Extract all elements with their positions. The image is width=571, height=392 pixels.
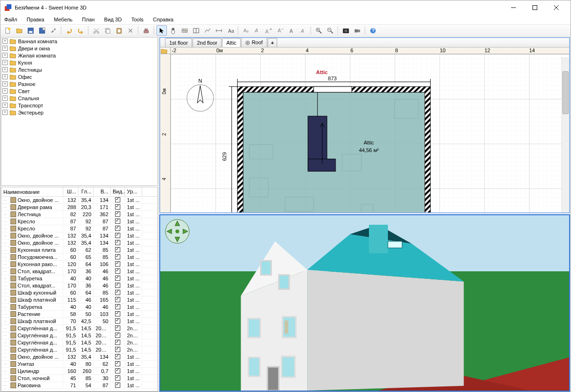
- expand-icon[interactable]: +: [2, 88, 8, 94]
- cut-icon[interactable]: [91, 25, 101, 36]
- navigate-3d-control[interactable]: [165, 219, 190, 244]
- visibility-checkbox[interactable]: [115, 197, 120, 202]
- col-depth[interactable]: Гл...: [78, 187, 94, 196]
- expand-icon[interactable]: +: [2, 110, 8, 115]
- visibility-checkbox[interactable]: [115, 240, 120, 245]
- catalog-category[interactable]: +Транспорт: [1, 102, 157, 109]
- text-bold-icon[interactable]: Aᵦ: [241, 25, 251, 36]
- col-height[interactable]: В...: [94, 187, 111, 196]
- expand-icon[interactable]: +: [2, 74, 8, 79]
- visibility-checkbox[interactable]: [115, 368, 120, 373]
- catalog-category[interactable]: +Офис: [1, 73, 157, 80]
- visibility-checkbox[interactable]: [115, 219, 120, 224]
- furniture-row[interactable]: ⋯Окно, двойное ...13235,41341st ...: [1, 232, 157, 239]
- col-name[interactable]: Наименование: [1, 187, 63, 196]
- catalog-category[interactable]: +Жилая комната: [1, 52, 157, 59]
- paste-icon[interactable]: [114, 25, 124, 36]
- catalog-category[interactable]: +Двери и окна: [1, 45, 157, 52]
- catalog-category[interactable]: +Разное: [1, 80, 157, 87]
- add-level-button[interactable]: +: [268, 38, 277, 47]
- furniture-row[interactable]: ⋯Табуретка4040461st ...: [1, 304, 157, 311]
- help-icon[interactable]: ?: [368, 25, 378, 36]
- furniture-row[interactable]: ⋯Скруглённая д...91,514,5208,52nd ...: [1, 339, 157, 346]
- italic-icon[interactable]: A: [298, 25, 308, 36]
- level-tab[interactable]: 1st floor: [165, 38, 192, 47]
- decrease-text-icon[interactable]: A−: [275, 25, 285, 36]
- furniture-row[interactable]: ⋯Стол, квадрат...17036461st ...: [1, 268, 157, 275]
- open-file-icon[interactable]: [14, 25, 24, 36]
- bold-icon[interactable]: A: [286, 25, 297, 36]
- save-prefs-icon[interactable]: [37, 25, 47, 36]
- visibility-checkbox[interactable]: [115, 290, 120, 295]
- create-dimensions-icon[interactable]: [213, 25, 224, 36]
- furniture-row[interactable]: ⋯Окно, двойное ...13235,41341st ...: [1, 354, 157, 361]
- menu-3dview[interactable]: Вид 3D: [102, 16, 124, 23]
- furniture-row[interactable]: ⋯Лестница822203621st ...: [1, 211, 157, 218]
- furniture-row[interactable]: ⋯Скруглённая д...91,514,5208,52nd ...: [1, 332, 157, 339]
- expand-icon[interactable]: +: [2, 96, 8, 101]
- create-walls-icon[interactable]: [179, 25, 190, 36]
- visibility-checkbox[interactable]: [115, 261, 120, 267]
- visibility-checkbox[interactable]: [115, 361, 120, 366]
- create-text-icon[interactable]: Aa: [225, 25, 235, 36]
- menu-help[interactable]: Справка: [151, 16, 175, 23]
- col-width[interactable]: Ш...: [63, 187, 78, 196]
- level-tab[interactable]: ◎ Roof: [241, 38, 267, 47]
- visibility-checkbox[interactable]: [115, 233, 120, 238]
- catalog-category[interactable]: +Свет: [1, 87, 157, 95]
- visibility-checkbox[interactable]: [115, 268, 120, 274]
- expand-icon[interactable]: +: [2, 67, 8, 72]
- furniture-row[interactable]: ⋯Цилиндр1602600,71st ...: [1, 368, 157, 375]
- col-level[interactable]: Ур...: [125, 187, 142, 196]
- visibility-checkbox[interactable]: [115, 247, 120, 252]
- catalog-category[interactable]: +Ванная комната: [1, 38, 157, 45]
- furniture-row[interactable]: ⋯Скруглённая д...91,514,5208,52nd ...: [1, 346, 157, 354]
- furniture-row[interactable]: ⋯Кресло8792871st ...: [1, 218, 157, 225]
- visibility-checkbox[interactable]: [115, 333, 120, 338]
- pan-tool-icon[interactable]: [168, 25, 178, 36]
- furniture-row[interactable]: ⋯Окно, двойное ...13235,41341st ...: [1, 197, 157, 204]
- redo-icon[interactable]: [75, 25, 86, 36]
- menu-plan[interactable]: План: [80, 16, 97, 23]
- visibility-checkbox[interactable]: [115, 211, 120, 217]
- visibility-checkbox[interactable]: [115, 311, 120, 316]
- visibility-checkbox[interactable]: [115, 382, 120, 388]
- furniture-row[interactable]: ⋯Унитаз4080621st ...: [1, 361, 157, 368]
- zoom-out-icon[interactable]: [325, 25, 335, 36]
- menu-edit[interactable]: Правка: [25, 16, 46, 23]
- furniture-row[interactable]: ⋯Кухонная рако...120641061st ...: [1, 261, 157, 268]
- visibility-checkbox[interactable]: [115, 325, 120, 331]
- visibility-checkbox[interactable]: [115, 347, 120, 352]
- furniture-row[interactable]: ⋯Табуретка4040461st ...: [1, 275, 157, 282]
- visibility-checkbox[interactable]: [115, 297, 120, 302]
- level-tab[interactable]: Attic: [222, 38, 241, 47]
- preferences-icon[interactable]: [48, 25, 58, 36]
- visibility-checkbox[interactable]: [115, 283, 120, 288]
- plan-canvas[interactable]: N 873 629 Attic Attic 44,56 м²: [171, 54, 569, 213]
- visibility-checkbox[interactable]: [115, 204, 120, 210]
- furniture-row[interactable]: ⋯Раковина7154871st ...: [1, 382, 157, 389]
- increase-text-icon[interactable]: A+: [263, 25, 274, 36]
- undo-icon[interactable]: [64, 25, 74, 36]
- expand-icon[interactable]: +: [2, 81, 8, 86]
- expand-icon[interactable]: +: [2, 103, 8, 108]
- visibility-checkbox[interactable]: [115, 226, 120, 231]
- add-furniture-icon[interactable]: [141, 25, 151, 36]
- minimize-button[interactable]: [503, 1, 524, 14]
- furniture-row[interactable]: ⋯Шкаф кухонный6064851st ...: [1, 289, 157, 296]
- furniture-row[interactable]: ⋯Стол, ночной4585301st ...: [1, 375, 157, 382]
- furniture-row[interactable]: ⋯Скруглённая д...91,514,5208,52nd ...: [1, 325, 157, 332]
- create-polyline-icon[interactable]: [202, 25, 213, 36]
- furniture-row[interactable]: ⋯Кресло8792871st ...: [1, 225, 157, 232]
- select-tool-icon[interactable]: [156, 25, 167, 36]
- visibility-checkbox[interactable]: [115, 340, 120, 345]
- zoom-in-icon[interactable]: [313, 25, 324, 36]
- catalog-category[interactable]: +Лестницы: [1, 66, 157, 73]
- text-italic-icon[interactable]: A: [252, 25, 262, 36]
- expand-icon[interactable]: +: [2, 53, 8, 58]
- menu-furniture[interactable]: Мебель: [52, 16, 74, 23]
- copy-icon[interactable]: [102, 25, 113, 36]
- delete-icon[interactable]: [125, 25, 135, 36]
- furniture-list-table[interactable]: Наименование Ш... Гл... В... Вид... Ур..…: [1, 187, 158, 392]
- visibility-checkbox[interactable]: [115, 318, 120, 324]
